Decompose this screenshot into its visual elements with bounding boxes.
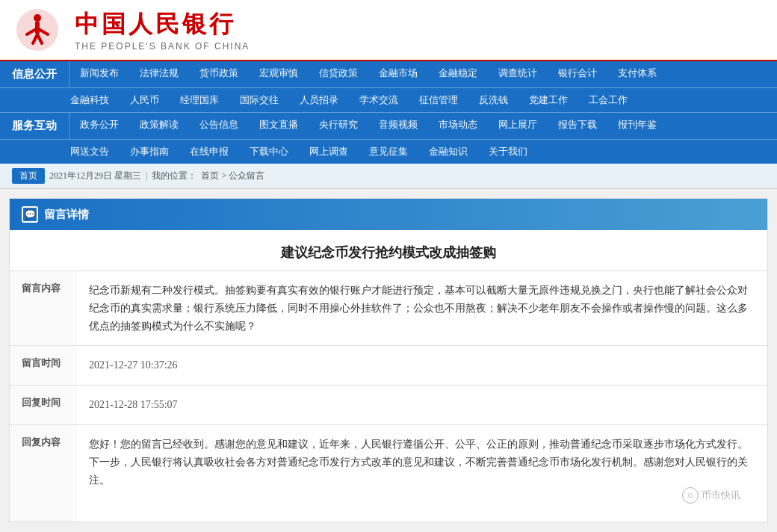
section-title: 留言详情 [44, 208, 89, 222]
nav-item-banshi[interactable]: 办事指南 [120, 140, 179, 164]
breadcrumb-date: 2021年12月29日 星期三 [49, 170, 141, 182]
nav-item-jinrong-wending[interactable]: 金融稳定 [428, 61, 488, 87]
nav-row1-items: 新闻发布 法律法规 货币政策 宏观审慎 信贷政策 金融市场 金融稳定 调查统计 … [69, 61, 777, 87]
nav-item-xindai[interactable]: 信贷政策 [309, 61, 368, 87]
nav-row-3: 服务互动 政务公开 政策解读 公告信息 图文直播 央行研究 音频视频 市场动态 … [0, 113, 777, 139]
reply-content-value: 您好！您的留言已经收到。感谢您的意见和建议，近年来，人民银行遵循公开、公平、公正… [77, 424, 767, 522]
nav-row4-items: 网送文告 办事指南 在线申报 下载中心 网上调查 意见征集 金融知识 关于我们 [60, 140, 777, 164]
breadcrumb-home-link[interactable]: 首页 [12, 168, 45, 184]
logo-text: 中国人民银行 THE PEOPLE'S BANK OF CHINA [75, 8, 250, 52]
nav-item-zhengwu[interactable]: 政务公开 [69, 113, 129, 139]
breadcrumb-separator: | [146, 170, 147, 182]
nav-item-renyuan[interactable]: 人员招录 [289, 88, 349, 112]
nav-item-yanghang-yanjiu[interactable]: 央行研究 [309, 113, 368, 139]
reply-time-label: 回复时间 [10, 386, 77, 425]
nav-item-jingli-guoku[interactable]: 经理国库 [170, 88, 229, 112]
nav-item-shichang-dongtai[interactable]: 市场动态 [428, 113, 488, 139]
bank-emblem-icon [15, 7, 60, 52]
nav-item-jinrongkeji[interactable]: 金融科技 [60, 88, 120, 112]
nav-item-yijian[interactable]: 意见征集 [359, 140, 418, 164]
nav-row-4: 网送文告 办事指南 在线申报 下载中心 网上调查 意见征集 金融知识 关于我们 [0, 140, 777, 164]
nav-item-jinrong-shichang[interactable]: 金融市场 [368, 61, 428, 87]
navigation: 信息公开 新闻发布 法律法规 货币政策 宏观审慎 信贷政策 金融市场 金融稳定 … [0, 61, 777, 164]
content-row: 留言内容 纪念币新规有二种发行模式。抽签购要有真实有效的银行账户才能进行预定，基… [10, 271, 767, 346]
reply-time-value: 2021-12-28 17:55:07 [77, 386, 767, 425]
nav-row2-items: 金融科技 人民币 经理国库 国际交往 人员招录 学术交流 征信管理 反洗钱 党建… [60, 88, 777, 112]
nav-item-guoji[interactable]: 国际交往 [229, 88, 289, 112]
nav-item-dangjian[interactable]: 党建工作 [518, 88, 578, 112]
leave-time-value: 2021-12-27 10:37:26 [77, 346, 767, 386]
nav-label-service-main: 服务互动 [0, 113, 69, 139]
watermark-icon: ⊙ [682, 487, 699, 504]
nav-item-zhengxin[interactable]: 征信管理 [409, 88, 468, 112]
article-title: 建议纪念币发行抢约模式改成抽签购 [10, 230, 767, 270]
nav-item-hongguan[interactable]: 宏观审慎 [249, 61, 309, 87]
nav-item-guanyu[interactable]: 关于我们 [478, 140, 538, 164]
content-label: 留言内容 [10, 271, 77, 346]
nav-item-huobi[interactable]: 货币政策 [189, 61, 249, 87]
reply-content-row: 回复内容 您好！您的留言已经收到。感谢您的意见和建议，近年来，人民银行遵循公开、… [10, 424, 767, 522]
nav-item-zhengce-jiedu[interactable]: 政策解读 [129, 113, 189, 139]
nav-item-zaixian-shenbao[interactable]: 在线申报 [179, 140, 239, 164]
svg-point-2 [34, 14, 41, 22]
reply-time-row: 回复时间 2021-12-28 17:55:07 [10, 386, 767, 425]
leave-time-row: 留言时间 2021-12-27 10:37:26 [10, 346, 767, 386]
breadcrumb: 首页 2021年12月29日 星期三 | 我的位置： 首页 > 公众留言 [0, 164, 777, 189]
nav-item-baogao-xiazai[interactable]: 报告下载 [548, 113, 607, 139]
main-content: 💬 留言详情 建议纪念币发行抢约模式改成抽签购 留言内容 纪念币新规有二种发行模… [9, 198, 768, 522]
nav-item-xinwen[interactable]: 新闻发布 [69, 61, 129, 87]
section-header: 💬 留言详情 [10, 199, 767, 230]
nav-item-xueshu[interactable]: 学术交流 [349, 88, 409, 112]
leave-time-label: 留言时间 [10, 346, 77, 386]
nav-item-wangshang-zhanting[interactable]: 网上展厅 [488, 113, 548, 139]
watermark: ⊙ 币市快讯 [682, 487, 740, 504]
nav-item-zhifu[interactable]: 支付体系 [607, 61, 667, 87]
reply-content-label: 回复内容 [10, 424, 77, 522]
bank-name-chinese: 中国人民银行 [75, 8, 236, 41]
content-value: 纪念币新规有二种发行模式。抽签购要有真实有效的银行账户才能进行预定，基本可以截断… [77, 271, 767, 346]
nav-item-xiazai-zhongxin[interactable]: 下载中心 [239, 140, 299, 164]
nav-row-1: 信息公开 新闻发布 法律法规 货币政策 宏观审慎 信贷政策 金融市场 金融稳定 … [0, 61, 777, 87]
breadcrumb-location-label: 我的位置： [152, 170, 196, 182]
detail-table: 留言内容 纪念币新规有二种发行模式。抽签购要有真实有效的银行账户才能进行预定，基… [10, 270, 767, 522]
nav-item-gonggao[interactable]: 公告信息 [189, 113, 249, 139]
page-header: 中国人民银行 THE PEOPLE'S BANK OF CHINA [0, 0, 777, 61]
nav-item-wangshang-diaocha[interactable]: 网上调查 [299, 140, 359, 164]
nav-item-falv[interactable]: 法律法规 [129, 61, 189, 87]
nav-row3-items: 政务公开 政策解读 公告信息 图文直播 央行研究 音频视频 市场动态 网上展厅 … [69, 113, 777, 139]
nav-label-info: 信息公开 [0, 61, 69, 87]
nav-item-yinpin[interactable]: 音频视频 [368, 113, 428, 139]
nav-item-gonghui[interactable]: 工会工作 [578, 88, 638, 112]
nav-item-yinhang-kuaiji[interactable]: 银行会计 [548, 61, 607, 87]
nav-item-fanxiqian[interactable]: 反洗钱 [468, 88, 518, 112]
section-icon: 💬 [22, 206, 38, 223]
nav-item-baogannianfian[interactable]: 报刊年鉴 [607, 113, 667, 139]
nav-row-2: 金融科技 人民币 经理国库 国际交往 人员招录 学术交流 征信管理 反洗钱 党建… [0, 88, 777, 112]
watermark-text: 币市快讯 [702, 487, 740, 504]
nav-item-diaocha[interactable]: 调查统计 [488, 61, 548, 87]
bank-name-english: THE PEOPLE'S BANK OF CHINA [75, 41, 250, 52]
nav-item-wangsong[interactable]: 网送文告 [60, 140, 120, 164]
nav-item-jinrong-zhishi[interactable]: 金融知识 [418, 140, 478, 164]
nav-item-tuwenzhibao[interactable]: 图文直播 [249, 113, 309, 139]
breadcrumb-path: 首页 > 公众留言 [201, 170, 264, 182]
nav-item-renminbi[interactable]: 人民币 [120, 88, 170, 112]
